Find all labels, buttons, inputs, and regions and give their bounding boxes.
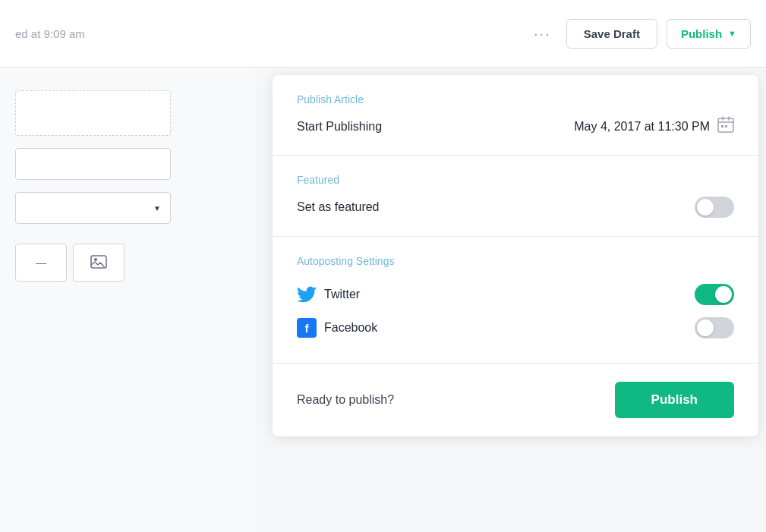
start-publishing-label: Start Publishing bbox=[297, 120, 382, 134]
editor-area: ▼ — bbox=[0, 68, 255, 532]
facebook-row: f Facebook bbox=[297, 311, 734, 345]
facebook-label-text: Facebook bbox=[324, 321, 377, 335]
twitter-label-text: Twitter bbox=[324, 288, 360, 301]
main-content: ▼ — Publish Article bbox=[0, 68, 766, 532]
image-button[interactable] bbox=[73, 244, 125, 282]
top-bar-actions: ··· Save Draft Publish ▼ bbox=[528, 19, 751, 49]
image-icon bbox=[90, 255, 107, 271]
autoposting-section: Autoposting Settings Twitter bbox=[273, 237, 758, 364]
save-draft-button[interactable]: Save Draft bbox=[566, 19, 657, 49]
publish-article-title: Publish Article bbox=[297, 93, 734, 105]
dropdown-field[interactable]: ▼ bbox=[15, 192, 171, 224]
saved-status: ed at 9:09 am bbox=[15, 27, 85, 40]
facebook-toggle[interactable] bbox=[695, 317, 734, 338]
chevron-down-icon: ▼ bbox=[728, 29, 736, 38]
featured-label: Set as featured bbox=[297, 200, 380, 214]
more-options-button[interactable]: ··· bbox=[528, 22, 557, 46]
publish-article-section: Publish Article Start Publishing May 4, … bbox=[273, 75, 758, 156]
facebook-label-group: f Facebook bbox=[297, 318, 377, 338]
twitter-toggle[interactable] bbox=[695, 284, 734, 305]
featured-title: Featured bbox=[297, 174, 734, 186]
input-field-1[interactable] bbox=[15, 148, 171, 180]
publish-footer: Ready to publish? Publish bbox=[273, 364, 758, 436]
autoposting-title: Autoposting Settings bbox=[297, 255, 734, 267]
dropdown-arrow-icon: ▼ bbox=[153, 204, 161, 212]
publish-panel: Publish Article Start Publishing May 4, … bbox=[273, 75, 758, 436]
publish-dropdown-button[interactable]: Publish ▼ bbox=[667, 19, 751, 49]
toggle-knob bbox=[697, 199, 714, 216]
top-bar: ed at 9:09 am ··· Save Draft Publish ▼ bbox=[0, 0, 766, 68]
ready-to-publish-text: Ready to publish? bbox=[297, 393, 394, 407]
separator-button[interactable]: — bbox=[15, 244, 67, 282]
toggle-knob bbox=[697, 320, 714, 336]
dashed-placeholder bbox=[15, 90, 171, 136]
twitter-label-group: Twitter bbox=[297, 285, 360, 304]
featured-row: Set as featured bbox=[297, 197, 734, 218]
svg-point-1 bbox=[94, 258, 97, 261]
toggle-knob bbox=[715, 286, 732, 303]
separator-icon: — bbox=[36, 257, 46, 269]
date-value: May 4, 2017 at 11:30 PM bbox=[574, 116, 734, 137]
date-text: May 4, 2017 at 11:30 PM bbox=[574, 120, 710, 134]
facebook-icon: f bbox=[297, 318, 317, 338]
featured-section: Featured Set as featured bbox=[273, 156, 758, 237]
bottom-toolbar: — bbox=[15, 244, 240, 282]
calendar-icon[interactable] bbox=[717, 116, 734, 137]
featured-toggle[interactable] bbox=[695, 197, 734, 218]
start-publishing-row: Start Publishing May 4, 2017 at 11:30 PM bbox=[297, 116, 734, 137]
publish-label: Publish bbox=[681, 27, 722, 40]
svg-rect-4 bbox=[725, 125, 727, 127]
publish-main-button[interactable]: Publish bbox=[615, 382, 734, 418]
twitter-row: Twitter bbox=[297, 278, 734, 311]
twitter-icon bbox=[297, 285, 317, 304]
svg-rect-3 bbox=[721, 125, 723, 127]
